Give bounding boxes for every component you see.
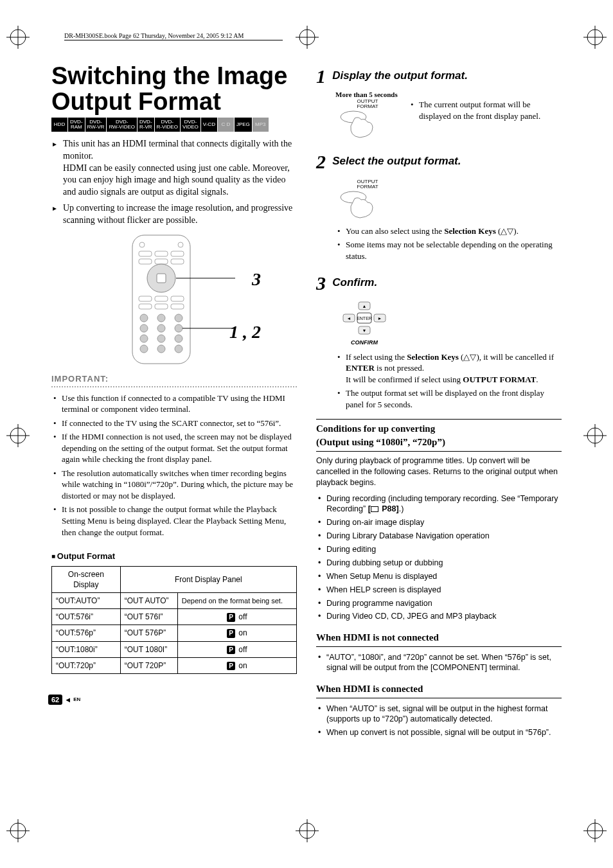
format-badge: HDD	[51, 118, 68, 132]
conditions-list: During recording (including temporary re…	[316, 493, 562, 623]
step-2: 2 Select the output format. OUTPUT FORMA…	[316, 149, 562, 261]
crop-mark-icon	[583, 819, 607, 842]
remote-control-illustration: 3 1 , 2	[87, 232, 261, 367]
page-title: Switching the Image Output Format	[51, 64, 297, 115]
condition-item: During editing	[316, 544, 562, 555]
format-badge: DVD- RW-VR	[85, 118, 107, 132]
svg-point-51	[157, 345, 165, 353]
step-1-title: Display the output format.	[332, 69, 468, 84]
step-2-notes: You can also select using the Selection …	[335, 226, 562, 262]
page-number: 62 ◄ EN	[48, 695, 80, 705]
step-1-number: 1	[316, 64, 330, 90]
table-head-osd: On-screen Display	[52, 566, 121, 592]
table-row: “OUT:1080i”“OUT 1080I”P off	[52, 641, 297, 657]
table-row: “OUT:AUTO”“OUT AUTO”Depend on the format…	[52, 593, 297, 609]
condition-item: During dubbing setup or dubbing	[316, 558, 562, 569]
svg-point-48	[157, 335, 165, 342]
step-1-note: The current output format will be displa…	[409, 99, 562, 121]
left-column: Switching the Image Output Format HDDDVD…	[51, 64, 297, 743]
format-badge: DVD- R-VIDEO	[155, 118, 181, 132]
format-badge: DVD- R-VR	[138, 118, 155, 132]
format-badge: DVD- RW-VIDEO	[107, 118, 138, 132]
format-badge: V-CD	[201, 118, 218, 132]
important-item: It is not possible to change the output …	[51, 504, 297, 538]
svg-text:◄: ◄	[347, 316, 351, 321]
hdmi-connected-heading: When HDMI is connected	[316, 682, 562, 698]
output-format-table: On-screen Display Front Display Panel “O…	[51, 566, 297, 674]
svg-text:▼: ▼	[362, 328, 367, 333]
step-3-number: 3	[316, 270, 330, 297]
output-format-button-icon: OUTPUT FORMAT	[335, 99, 400, 140]
step-3-item: The output format set will be displayed …	[335, 387, 562, 410]
feature-item: Up converting to increase the image reso…	[51, 202, 297, 227]
confirm-label: CONFIRM	[335, 339, 393, 346]
step-2-item: Some items may not be selectable dependi…	[335, 239, 562, 261]
condition-item: During recording (including temporary re…	[316, 493, 562, 515]
svg-point-47	[140, 335, 148, 342]
hdmi-not-item: “AUTO”, “1080i”, and “720p” cannot be se…	[316, 652, 562, 674]
output-format-button-icon: OUTPUT FORMAT	[335, 179, 400, 220]
hdmi-yes-list: When “AUTO” is set, signal will be outpu…	[316, 704, 562, 739]
feature-item: This unit has an HDMI terminal that conn…	[51, 138, 297, 199]
condition-item: When HELP screen is displayed	[316, 585, 562, 596]
svg-point-43	[175, 314, 182, 322]
condition-item: During Video CD, CD, JPEG and MP3 playba…	[316, 611, 562, 622]
table-row: “OUT:576p”“OUT 576P”P on	[52, 625, 297, 641]
dotted-divider	[51, 386, 297, 387]
hdmi-not-list: “AUTO”, “1080i”, and “720p” cannot be se…	[316, 652, 562, 674]
condition-item: During on-air image display	[316, 517, 562, 528]
condition-item: When Setup Menu is displayed	[316, 571, 562, 582]
svg-text:ENTER: ENTER	[357, 316, 372, 321]
step-2-number: 2	[316, 149, 330, 175]
condition-item: During programme navigation	[316, 598, 562, 609]
important-label: IMPORTANT:	[51, 373, 297, 385]
hdmi-not-connected-heading: When HDMI is not connected	[316, 631, 562, 646]
svg-point-50	[140, 345, 148, 353]
step-3-notes: If select using the Selection Keys (△▽),…	[335, 351, 562, 411]
callout-1-2: 1 , 2	[229, 320, 261, 344]
important-item: Use this function if connected to a comp…	[51, 393, 297, 415]
svg-point-46	[175, 324, 182, 332]
right-column: 1 Display the output format. More than 5…	[316, 64, 562, 743]
output-format-heading: Output Format	[51, 551, 297, 562]
step-3: 3 Confirm. ENTER ▲ ▼ ◄	[316, 270, 562, 410]
svg-point-41	[140, 314, 148, 322]
book-header-note: DR-MH300SE.book Page 62 Thursday, Novemb…	[64, 32, 283, 40]
svg-rect-24	[132, 235, 190, 364]
format-badge: MP3	[253, 118, 269, 132]
step-1-hold-label: More than 5 seconds	[335, 90, 562, 100]
svg-point-45	[157, 324, 165, 332]
table-head-front: Front Display Panel	[120, 566, 296, 592]
condition-item: During Library Database Navigation opera…	[316, 531, 562, 542]
svg-point-44	[140, 324, 148, 332]
remote-icon	[87, 232, 261, 367]
crop-mark-icon	[6, 819, 30, 842]
step-2-title: Select the output format.	[332, 154, 461, 169]
table-row: “OUT:576i”“OUT 576I”P off	[52, 609, 297, 625]
hdmi-yes-item: When “AUTO” is set, signal will be outpu…	[316, 704, 562, 725]
enter-dpad-icon: ENTER ▲ ▼ ◄ ► CONFIRM	[335, 301, 393, 346]
step-3-title: Confirm.	[332, 276, 377, 290]
svg-text:►: ►	[378, 316, 382, 321]
format-badge: JPEG	[235, 118, 253, 132]
important-item: If connected to the TV using the SCART c…	[51, 418, 297, 429]
important-list: Use this function if connected to a comp…	[51, 393, 297, 538]
step-2-item: You can also select using the Selection …	[335, 226, 562, 237]
conditions-lead: Only during playback of programme titles…	[316, 456, 562, 488]
svg-point-49	[175, 335, 182, 342]
svg-point-42	[157, 314, 165, 322]
hdmi-yes-item: When up convert is not possible, signal …	[316, 727, 562, 738]
table-row: “OUT:720p”“OUT 720P”P on	[52, 657, 297, 673]
svg-rect-34	[157, 274, 166, 283]
crop-mark-icon	[296, 819, 319, 842]
step-1: 1 Display the output format. More than 5…	[316, 64, 562, 140]
callout-3: 3	[252, 267, 261, 292]
important-item: The resolution automatically switches wh…	[51, 468, 297, 502]
step-3-item: If select using the Selection Keys (△▽),…	[335, 351, 562, 385]
conditions-heading: Conditions for up converting (Output usi…	[316, 419, 562, 452]
format-badge: C D	[218, 118, 235, 132]
svg-text:▲: ▲	[362, 304, 367, 309]
feature-list: This unit has an HDMI terminal that conn…	[51, 138, 297, 227]
format-badges: HDDDVD- RAMDVD- RW-VRDVD- RW-VIDEODVD- R…	[51, 118, 297, 132]
format-badge: DVD- RAM	[68, 118, 85, 132]
